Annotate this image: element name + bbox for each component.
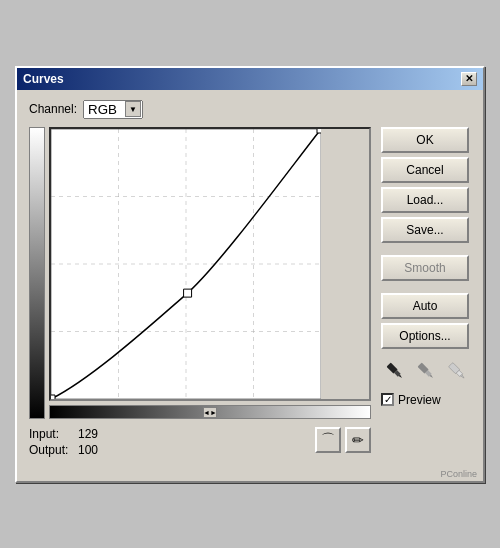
gradient-bar bbox=[29, 127, 45, 419]
preview-checkbox[interactable]: ✓ bbox=[381, 393, 394, 406]
io-labels: Input: 129 Output: 100 bbox=[29, 427, 98, 457]
channel-label: Channel: bbox=[29, 102, 77, 116]
main-area: ◄► Input: 129 Output: 100 bbox=[29, 127, 471, 457]
white-eyedropper-button[interactable] bbox=[444, 357, 471, 385]
curves-dialog: Curves ✕ Channel: RGB Red Green Blue ▼ bbox=[15, 66, 485, 483]
gradient-vertical bbox=[29, 127, 45, 419]
curve-area: ◄► bbox=[49, 127, 371, 419]
cancel-button[interactable]: Cancel bbox=[381, 157, 469, 183]
svg-marker-8 bbox=[461, 374, 465, 378]
preview-row: ✓ Preview bbox=[381, 393, 471, 407]
save-button[interactable]: Save... bbox=[381, 217, 469, 243]
curve-canvas[interactable] bbox=[51, 129, 321, 399]
gray-eyedropper-button[interactable] bbox=[412, 357, 439, 385]
pencil-tool-icon: ✏ bbox=[352, 432, 364, 448]
options-button[interactable]: Options... bbox=[381, 323, 469, 349]
input-output-area: Input: 129 Output: 100 ⌒ ✏ bbox=[29, 427, 371, 457]
eyedropper-row bbox=[381, 357, 471, 385]
smooth-button[interactable]: Smooth bbox=[381, 255, 469, 281]
tool-buttons: ⌒ ✏ bbox=[315, 427, 371, 453]
curve-container: ◄► bbox=[29, 127, 371, 419]
curve-tool-icon: ⌒ bbox=[321, 431, 335, 449]
right-panel: OK Cancel Load... Save... Smooth Auto Op… bbox=[381, 127, 471, 457]
title-bar: Curves ✕ bbox=[17, 68, 483, 90]
auto-button[interactable]: Auto bbox=[381, 293, 469, 319]
channel-row: Channel: RGB Red Green Blue ▼ bbox=[29, 100, 471, 119]
curve-canvas-wrapper[interactable] bbox=[49, 127, 371, 401]
black-eyedropper-button[interactable] bbox=[381, 357, 408, 385]
gradient-horizontal: ◄► bbox=[49, 405, 371, 419]
load-button[interactable]: Load... bbox=[381, 187, 469, 213]
ok-button[interactable]: OK bbox=[381, 127, 469, 153]
channel-select[interactable]: RGB Red Green Blue bbox=[83, 100, 143, 119]
gradient-scroll-icon[interactable]: ◄► bbox=[203, 407, 217, 418]
window-title: Curves bbox=[23, 72, 64, 86]
input-value: 129 bbox=[78, 427, 98, 441]
input-row: Input: 129 bbox=[29, 427, 98, 441]
channel-select-wrapper: RGB Red Green Blue ▼ bbox=[83, 100, 143, 119]
pencil-tool-button[interactable]: ✏ bbox=[345, 427, 371, 453]
output-row: Output: 100 bbox=[29, 443, 98, 457]
checkbox-check: ✓ bbox=[384, 394, 392, 405]
output-label: Output: bbox=[29, 443, 74, 457]
close-button[interactable]: ✕ bbox=[461, 72, 477, 86]
output-value: 100 bbox=[78, 443, 98, 457]
curve-tool-button[interactable]: ⌒ bbox=[315, 427, 341, 453]
watermark: PConline bbox=[17, 467, 483, 481]
input-label: Input: bbox=[29, 427, 74, 441]
left-panel: ◄► Input: 129 Output: 100 bbox=[29, 127, 371, 457]
preview-label: Preview bbox=[398, 393, 441, 407]
